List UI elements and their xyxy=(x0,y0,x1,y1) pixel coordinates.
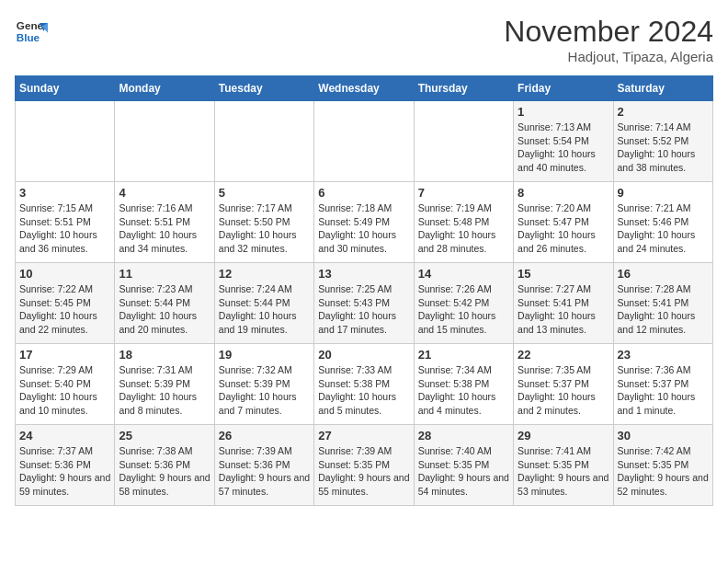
day-info: Sunrise: 7:39 AM Sunset: 5:35 PM Dayligh… xyxy=(318,444,409,499)
day-cell: 11Sunrise: 7:23 AM Sunset: 5:44 PM Dayli… xyxy=(115,263,214,344)
header-saturday: Saturday xyxy=(613,76,712,101)
header-tuesday: Tuesday xyxy=(214,76,313,101)
day-number: 19 xyxy=(219,348,310,362)
day-cell xyxy=(314,101,414,182)
day-cell: 9Sunrise: 7:21 AM Sunset: 5:46 PM Daylig… xyxy=(613,182,712,263)
day-number: 16 xyxy=(618,267,709,281)
day-info: Sunrise: 7:25 AM Sunset: 5:43 PM Dayligh… xyxy=(318,282,409,337)
day-number: 11 xyxy=(119,267,210,281)
week-row-1: 3Sunrise: 7:15 AM Sunset: 5:51 PM Daylig… xyxy=(16,182,713,263)
day-number: 4 xyxy=(119,186,210,200)
day-cell: 26Sunrise: 7:39 AM Sunset: 5:36 PM Dayli… xyxy=(214,425,313,506)
day-info: Sunrise: 7:20 AM Sunset: 5:47 PM Dayligh… xyxy=(518,201,609,256)
day-cell: 2Sunrise: 7:14 AM Sunset: 5:52 PM Daylig… xyxy=(613,101,712,182)
day-cell: 29Sunrise: 7:41 AM Sunset: 5:35 PM Dayli… xyxy=(514,425,613,506)
day-cell xyxy=(414,101,513,182)
day-cell: 13Sunrise: 7:25 AM Sunset: 5:43 PM Dayli… xyxy=(314,263,414,344)
day-cell: 6Sunrise: 7:18 AM Sunset: 5:49 PM Daylig… xyxy=(314,182,414,263)
day-cell: 10Sunrise: 7:22 AM Sunset: 5:45 PM Dayli… xyxy=(16,263,115,344)
day-number: 10 xyxy=(19,267,110,281)
logo-icon: General Blue xyxy=(15,15,48,48)
logo: General Blue xyxy=(15,15,48,48)
week-row-3: 17Sunrise: 7:29 AM Sunset: 5:40 PM Dayli… xyxy=(16,344,713,425)
day-info: Sunrise: 7:34 AM Sunset: 5:38 PM Dayligh… xyxy=(418,363,509,418)
day-info: Sunrise: 7:35 AM Sunset: 5:37 PM Dayligh… xyxy=(518,363,609,418)
day-number: 7 xyxy=(418,186,509,200)
day-cell: 23Sunrise: 7:36 AM Sunset: 5:37 PM Dayli… xyxy=(613,344,712,425)
day-cell: 20Sunrise: 7:33 AM Sunset: 5:38 PM Dayli… xyxy=(314,344,414,425)
day-info: Sunrise: 7:16 AM Sunset: 5:51 PM Dayligh… xyxy=(119,201,210,256)
day-number: 28 xyxy=(418,429,509,442)
day-cell: 8Sunrise: 7:20 AM Sunset: 5:47 PM Daylig… xyxy=(514,182,613,263)
day-cell: 25Sunrise: 7:38 AM Sunset: 5:36 PM Dayli… xyxy=(115,425,214,506)
day-cell: 21Sunrise: 7:34 AM Sunset: 5:38 PM Dayli… xyxy=(414,344,513,425)
day-cell xyxy=(16,101,115,182)
day-info: Sunrise: 7:33 AM Sunset: 5:38 PM Dayligh… xyxy=(318,363,409,418)
day-cell: 12Sunrise: 7:24 AM Sunset: 5:44 PM Dayli… xyxy=(214,263,313,344)
day-number: 21 xyxy=(418,348,509,362)
day-cell: 28Sunrise: 7:40 AM Sunset: 5:35 PM Dayli… xyxy=(414,425,513,506)
day-info: Sunrise: 7:40 AM Sunset: 5:35 PM Dayligh… xyxy=(418,444,509,499)
day-info: Sunrise: 7:19 AM Sunset: 5:48 PM Dayligh… xyxy=(418,201,509,256)
day-cell: 19Sunrise: 7:32 AM Sunset: 5:39 PM Dayli… xyxy=(214,344,313,425)
header-wednesday: Wednesday xyxy=(314,76,414,101)
day-cell: 15Sunrise: 7:27 AM Sunset: 5:41 PM Dayli… xyxy=(514,263,613,344)
day-number: 5 xyxy=(219,186,310,200)
day-cell: 30Sunrise: 7:42 AM Sunset: 5:35 PM Dayli… xyxy=(613,425,712,506)
day-cell: 24Sunrise: 7:37 AM Sunset: 5:36 PM Dayli… xyxy=(16,425,115,506)
day-number: 20 xyxy=(318,348,409,362)
day-cell: 4Sunrise: 7:16 AM Sunset: 5:51 PM Daylig… xyxy=(115,182,214,263)
day-info: Sunrise: 7:22 AM Sunset: 5:45 PM Dayligh… xyxy=(19,282,110,337)
header-thursday: Thursday xyxy=(414,76,513,101)
header: General Blue November 2024 Hadjout, Tipa… xyxy=(15,15,713,64)
day-number: 27 xyxy=(318,429,409,442)
day-number: 23 xyxy=(618,348,709,362)
day-info: Sunrise: 7:41 AM Sunset: 5:35 PM Dayligh… xyxy=(518,444,609,499)
day-cell: 18Sunrise: 7:31 AM Sunset: 5:39 PM Dayli… xyxy=(115,344,214,425)
day-number: 3 xyxy=(19,186,110,200)
day-info: Sunrise: 7:15 AM Sunset: 5:51 PM Dayligh… xyxy=(19,201,110,256)
day-cell xyxy=(214,101,313,182)
day-info: Sunrise: 7:23 AM Sunset: 5:44 PM Dayligh… xyxy=(119,282,210,337)
day-number: 6 xyxy=(318,186,409,200)
day-cell: 7Sunrise: 7:19 AM Sunset: 5:48 PM Daylig… xyxy=(414,182,513,263)
day-number: 1 xyxy=(518,105,609,119)
day-cell: 14Sunrise: 7:26 AM Sunset: 5:42 PM Dayli… xyxy=(414,263,513,344)
day-info: Sunrise: 7:42 AM Sunset: 5:35 PM Dayligh… xyxy=(618,444,709,499)
month-title: November 2024 xyxy=(504,15,713,49)
header-friday: Friday xyxy=(514,76,613,101)
day-cell xyxy=(115,101,214,182)
day-info: Sunrise: 7:36 AM Sunset: 5:37 PM Dayligh… xyxy=(618,363,709,418)
day-number: 12 xyxy=(219,267,310,281)
day-info: Sunrise: 7:24 AM Sunset: 5:44 PM Dayligh… xyxy=(219,282,310,337)
week-row-0: 1Sunrise: 7:13 AM Sunset: 5:54 PM Daylig… xyxy=(16,101,713,182)
calendar-header: SundayMondayTuesdayWednesdayThursdayFrid… xyxy=(16,76,713,101)
calendar-body: 1Sunrise: 7:13 AM Sunset: 5:54 PM Daylig… xyxy=(16,101,713,506)
day-info: Sunrise: 7:28 AM Sunset: 5:41 PM Dayligh… xyxy=(618,282,709,337)
day-number: 14 xyxy=(418,267,509,281)
day-cell: 3Sunrise: 7:15 AM Sunset: 5:51 PM Daylig… xyxy=(16,182,115,263)
day-cell: 17Sunrise: 7:29 AM Sunset: 5:40 PM Dayli… xyxy=(16,344,115,425)
day-number: 13 xyxy=(318,267,409,281)
subtitle: Hadjout, Tipaza, Algeria xyxy=(504,49,713,64)
day-cell: 1Sunrise: 7:13 AM Sunset: 5:54 PM Daylig… xyxy=(514,101,613,182)
week-row-2: 10Sunrise: 7:22 AM Sunset: 5:45 PM Dayli… xyxy=(16,263,713,344)
header-monday: Monday xyxy=(115,76,214,101)
day-info: Sunrise: 7:27 AM Sunset: 5:41 PM Dayligh… xyxy=(518,282,609,337)
title-area: November 2024 Hadjout, Tipaza, Algeria xyxy=(504,15,713,64)
day-info: Sunrise: 7:14 AM Sunset: 5:52 PM Dayligh… xyxy=(618,121,709,175)
day-number: 22 xyxy=(518,348,609,362)
day-info: Sunrise: 7:31 AM Sunset: 5:39 PM Dayligh… xyxy=(119,363,210,418)
day-number: 25 xyxy=(119,429,210,442)
day-number: 9 xyxy=(618,186,709,200)
header-row: SundayMondayTuesdayWednesdayThursdayFrid… xyxy=(16,76,713,101)
day-info: Sunrise: 7:39 AM Sunset: 5:36 PM Dayligh… xyxy=(219,444,310,499)
day-info: Sunrise: 7:29 AM Sunset: 5:40 PM Dayligh… xyxy=(19,363,110,418)
svg-text:Blue: Blue xyxy=(17,31,40,43)
day-info: Sunrise: 7:17 AM Sunset: 5:50 PM Dayligh… xyxy=(219,201,310,256)
day-info: Sunrise: 7:13 AM Sunset: 5:54 PM Dayligh… xyxy=(518,121,609,175)
week-row-4: 24Sunrise: 7:37 AM Sunset: 5:36 PM Dayli… xyxy=(16,425,713,506)
day-number: 8 xyxy=(518,186,609,200)
day-number: 2 xyxy=(618,105,709,119)
day-number: 15 xyxy=(518,267,609,281)
